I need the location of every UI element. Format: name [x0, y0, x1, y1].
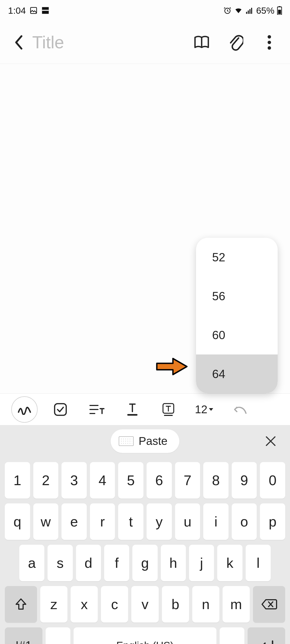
font-size-option-selected[interactable]: 64 — [196, 354, 278, 393]
key-symbols[interactable]: !#1 — [5, 627, 42, 644]
font-size-option[interactable]: 52 — [196, 238, 278, 277]
font-size-value: 12 — [195, 403, 208, 416]
font-size-option[interactable]: 60 — [196, 316, 278, 354]
key-c[interactable]: c — [101, 586, 128, 623]
editor-area[interactable]: 52 56 60 64 — [0, 64, 290, 393]
key-5[interactable]: 5 — [118, 462, 143, 499]
status-bar: 1:04 65% — [0, 0, 290, 21]
svg-rect-9 — [279, 6, 280, 7]
title-input[interactable]: Title — [32, 32, 193, 52]
font-size-option[interactable]: 56 — [196, 277, 278, 316]
svg-rect-6 — [249, 9, 251, 14]
battery-icon — [277, 6, 282, 15]
alarm-icon — [223, 6, 231, 14]
key-3[interactable]: 3 — [61, 462, 87, 499]
battery-pct: 65% — [256, 5, 274, 16]
key-d[interactable]: d — [76, 545, 101, 581]
svg-rect-2 — [42, 10, 49, 11]
svg-point-13 — [268, 46, 271, 50]
key-row: 1 2 3 4 5 6 7 8 9 0 — [5, 462, 285, 499]
svg-point-11 — [268, 35, 271, 39]
key-backspace[interactable] — [253, 586, 285, 623]
key-row: !#1 , English (US) . — [5, 627, 285, 644]
status-left: 1:04 — [8, 5, 49, 16]
key-k[interactable]: k — [217, 545, 242, 581]
font-size-selector[interactable]: 12 — [186, 403, 222, 416]
key-8[interactable]: 8 — [203, 462, 229, 499]
key-q[interactable]: q — [5, 503, 30, 540]
key-s[interactable]: s — [48, 545, 73, 581]
paste-chip[interactable]: Paste — [111, 429, 179, 453]
suggestion-strip: Paste — [0, 425, 290, 457]
back-button[interactable] — [8, 32, 30, 53]
font-size-popup: 52 56 60 64 — [196, 238, 278, 393]
key-period[interactable]: . — [220, 627, 244, 644]
reader-mode-icon[interactable] — [193, 34, 211, 51]
key-t[interactable]: t — [118, 503, 143, 540]
app-icon — [41, 6, 49, 14]
key-e[interactable]: e — [61, 503, 87, 540]
key-j[interactable]: j — [189, 545, 214, 581]
key-f[interactable]: f — [104, 545, 129, 581]
key-o[interactable]: o — [232, 503, 257, 540]
key-y[interactable]: y — [147, 503, 172, 540]
key-6[interactable]: 6 — [147, 462, 172, 499]
key-shift[interactable] — [5, 586, 37, 623]
status-right: 65% — [223, 5, 282, 16]
key-row: q w e r t y u i o p — [5, 503, 285, 540]
text-box-button[interactable] — [150, 394, 186, 425]
app-bar-actions — [193, 34, 278, 51]
attach-icon[interactable] — [227, 34, 244, 51]
wifi-icon — [234, 6, 243, 14]
key-4[interactable]: 4 — [90, 462, 115, 499]
checkbox-button[interactable] — [42, 394, 78, 425]
close-icon[interactable] — [263, 433, 279, 449]
key-row: a s d f g h j k l — [5, 545, 285, 581]
key-p[interactable]: p — [260, 503, 285, 540]
undo-button[interactable] — [222, 394, 258, 425]
text-style-button[interactable] — [78, 394, 114, 425]
key-comma[interactable]: , — [46, 627, 70, 644]
key-row: z x c v b n m — [5, 586, 285, 623]
key-9[interactable]: 9 — [232, 462, 257, 499]
key-space[interactable]: English (US) — [74, 627, 216, 644]
svg-rect-4 — [246, 12, 247, 14]
key-0[interactable]: 0 — [260, 462, 285, 499]
key-i[interactable]: i — [203, 503, 229, 540]
svg-point-12 — [268, 41, 271, 44]
key-z[interactable]: z — [40, 586, 67, 623]
key-u[interactable]: u — [175, 503, 200, 540]
svg-rect-10 — [278, 10, 281, 14]
svg-rect-14 — [55, 404, 66, 415]
key-7[interactable]: 7 — [175, 462, 200, 499]
keyboard-preview-icon — [119, 436, 134, 446]
key-h[interactable]: h — [161, 545, 186, 581]
key-g[interactable]: g — [132, 545, 157, 581]
key-l[interactable]: l — [246, 545, 271, 581]
key-a[interactable]: a — [19, 545, 44, 581]
pointer-arrow-icon — [156, 356, 189, 377]
key-x[interactable]: x — [71, 586, 98, 623]
status-time: 1:04 — [8, 5, 26, 16]
signal-icon — [245, 6, 253, 14]
underline-button[interactable] — [114, 394, 150, 425]
key-b[interactable]: b — [162, 586, 189, 623]
svg-rect-5 — [248, 10, 249, 14]
svg-rect-0 — [31, 8, 37, 14]
key-w[interactable]: w — [33, 503, 59, 540]
key-m[interactable]: m — [223, 586, 250, 623]
paste-label: Paste — [139, 435, 167, 448]
keyboard: 1 2 3 4 5 6 7 8 9 0 q w e r t y u i o p … — [0, 457, 290, 641]
editor-toolbar: 12 — [0, 393, 290, 425]
key-v[interactable]: v — [131, 586, 158, 623]
key-enter[interactable] — [248, 627, 285, 644]
app-bar: Title — [0, 21, 290, 64]
handwriting-button[interactable] — [6, 394, 42, 425]
key-1[interactable]: 1 — [5, 462, 30, 499]
more-icon[interactable] — [260, 34, 278, 51]
image-icon — [30, 6, 38, 14]
key-n[interactable]: n — [192, 586, 219, 623]
key-2[interactable]: 2 — [33, 462, 59, 499]
svg-rect-7 — [251, 8, 252, 14]
key-r[interactable]: r — [90, 503, 115, 540]
